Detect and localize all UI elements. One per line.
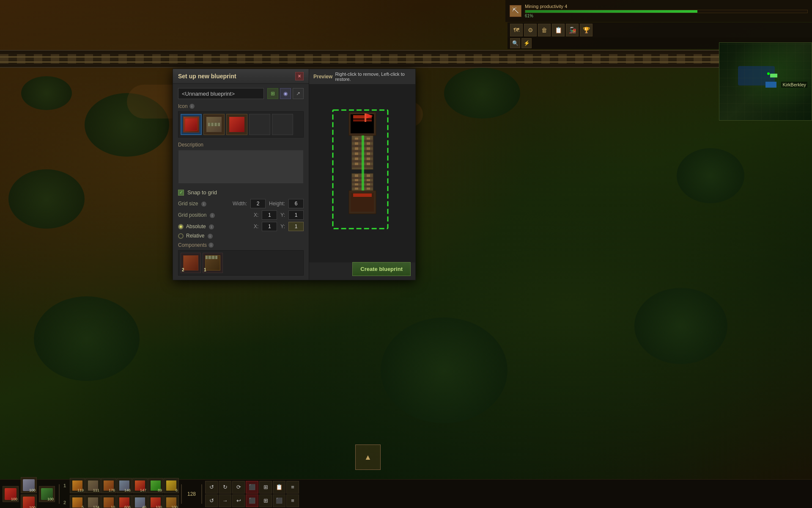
absolute-y-input[interactable]	[288, 222, 304, 231]
blueprint-grid-icon[interactable]: ⊞	[267, 88, 278, 99]
hotbar-slot-2-1[interactable]: 5	[70, 495, 85, 508]
hotbar-slot-1-7[interactable]: 6	[164, 478, 179, 493]
absolute-radio[interactable]	[178, 224, 184, 229]
minimap-grid	[719, 43, 812, 120]
action-walk[interactable]: ↺	[205, 494, 218, 507]
player-slots: 100 100 100 100	[0, 477, 58, 508]
create-blueprint-button[interactable]: Create blueprint	[352, 262, 411, 276]
action-buttons: ↺ ↻ ⟳ ⬛ ⊞ 📋 ≡ ↺ → ↩ ⬛ ⊞ ⬛ ≡	[203, 481, 301, 507]
icon-slot-1[interactable]	[181, 114, 202, 135]
hotbar-slot-1-5[interactable]: 147	[132, 478, 148, 493]
icon-slot-2[interactable]	[203, 114, 225, 135]
relative-radio[interactable]	[178, 233, 184, 239]
snap-label: Snap to grid	[187, 189, 217, 196]
hotbar-slot-2-7[interactable]: 100	[164, 495, 179, 508]
rail-line	[0, 61, 812, 63]
dialog-left-panel: Set up new blueprint × ⊞ ◉ ↗ Icon i	[173, 69, 309, 280]
preview-panel: Preview Right-click to remove, Left-clic…	[309, 69, 416, 280]
grid-x-input[interactable]	[262, 210, 277, 220]
icon-info-dot[interactable]: i	[189, 104, 195, 109]
absolute-radio-row: Absolute i X: Y:	[178, 222, 304, 231]
player-slot-4[interactable]: 100	[39, 486, 55, 502]
toolbar-delete-icon[interactable]: 🗑	[538, 24, 551, 36]
mining-info: Mining productivity 4 61%	[525, 4, 808, 18]
hotbar-slot-2-3[interactable]: 10	[101, 495, 116, 508]
toolbar-search-icon[interactable]: 🔍	[510, 38, 520, 48]
icon-slot-1-item	[185, 118, 198, 131]
action-options[interactable]: ≡	[286, 494, 299, 507]
icon-section-label: Icon i	[178, 103, 304, 109]
components-info-dot[interactable]: i	[208, 243, 214, 248]
action-craft[interactable]: ⬛	[273, 494, 285, 507]
hotbar-slot-1-1[interactable]: 119	[70, 478, 85, 493]
toolbar-trophy-icon[interactable]: 🏆	[580, 24, 593, 36]
close-button[interactable]: ×	[295, 72, 304, 80]
hotbar-slot-2-6[interactable]: 100	[148, 495, 163, 508]
row-num-1: 1	[61, 478, 69, 494]
action-build[interactable]: ⊞	[259, 494, 272, 507]
hotbar-slot-2-4[interactable]: 606	[117, 495, 132, 508]
absolute-info[interactable]: i	[209, 224, 214, 229]
action-rotate[interactable]: ⟳	[232, 481, 245, 494]
icon-slot-3[interactable]	[226, 114, 247, 135]
snap-checkbox[interactable]: ✓	[178, 190, 184, 196]
icon-slot-2-inner	[206, 117, 222, 132]
preview-hint: Right-click to remove, Left-click to res…	[335, 72, 411, 82]
action-red-2[interactable]: ⬛	[246, 494, 258, 507]
mining-bar-bg	[525, 10, 808, 13]
relative-info[interactable]: i	[208, 234, 213, 239]
hotbar-row-1: 1 119 111 176 146 147 89 6	[61, 478, 180, 494]
bottom-item-band1	[353, 193, 372, 197]
hotbar-slot-1-6[interactable]: 89	[148, 478, 163, 493]
grid-y-input[interactable]	[288, 210, 304, 220]
action-redo[interactable]: ↻	[219, 481, 231, 494]
icon-slot-5[interactable]	[272, 114, 293, 135]
action-paste[interactable]: 📋	[273, 481, 285, 494]
player-slot-3[interactable]: 100	[21, 494, 37, 508]
toolbar-clipboard-icon[interactable]: 📋	[552, 24, 565, 36]
components-section: Components i 2 1	[178, 242, 304, 276]
player-slot-2[interactable]: 100	[21, 477, 37, 493]
toolbar-train-icon[interactable]: 🚂	[566, 24, 579, 36]
toolbar-map-icon[interactable]: 🗺	[510, 24, 523, 36]
action-red-1[interactable]: ⬛	[246, 481, 258, 494]
hotbar-slot-1-2[interactable]: 111	[85, 478, 101, 493]
action-run[interactable]: →	[219, 494, 231, 507]
grid-position-info[interactable]: i	[210, 213, 215, 218]
component-slot-1[interactable]: 2	[181, 253, 201, 273]
grid-size-info[interactable]: i	[201, 202, 206, 207]
component-slot-2[interactable]: 1	[203, 253, 223, 273]
hotbar-slot-2-5[interactable]: 46	[132, 495, 148, 508]
action-row-2: ↺ → ↩ ⬛ ⊞ ⬛ ≡	[205, 494, 299, 507]
toolbar-bolt-icon[interactable]: ⚡	[521, 38, 532, 48]
toolbar-entity-icon[interactable]: ⚙	[524, 24, 537, 36]
action-copy[interactable]: ⊞	[259, 481, 272, 494]
description-textarea[interactable]	[178, 150, 304, 184]
rail-line	[0, 56, 812, 58]
hotbar-group-1: 119 111 176 146 147 89 6	[69, 478, 180, 493]
railroad-track	[0, 50, 812, 68]
preview-right-click: Right-click	[335, 72, 357, 77]
action-mine[interactable]: ↩	[232, 494, 245, 507]
icon-slot-4[interactable]	[249, 114, 270, 135]
player-slot-3-count: 100	[29, 505, 36, 508]
player-slot-1[interactable]: 100	[3, 486, 19, 502]
action-undo[interactable]: ↺	[205, 481, 218, 494]
grid-height-input[interactable]	[288, 199, 304, 208]
alert-area: ▲	[355, 444, 381, 470]
absolute-x-input[interactable]	[262, 222, 277, 231]
minimap[interactable]: KirkBerkley	[719, 42, 812, 121]
grid-size-label: Grid size i	[178, 201, 216, 207]
grid-width-input[interactable]	[250, 199, 266, 208]
blueprint-color-icon[interactable]: ◉	[280, 88, 291, 99]
blueprint-name-input[interactable]	[178, 88, 264, 99]
hotbar-slot-1-3[interactable]: 176	[101, 478, 116, 493]
hotbar-slot-2-2[interactable]: 124	[85, 495, 101, 508]
preview-left-click: Left-click	[381, 72, 399, 77]
hotbar-slot-1-4[interactable]: 146	[117, 478, 132, 493]
blueprint-export-icon[interactable]: ↗	[293, 88, 304, 99]
player-multi-slots: 100 100	[21, 477, 37, 508]
action-more[interactable]: ≡	[286, 481, 299, 494]
mining-icon: ⛏	[510, 5, 521, 17]
grid-size-inputs: Width: Height:	[233, 199, 304, 208]
